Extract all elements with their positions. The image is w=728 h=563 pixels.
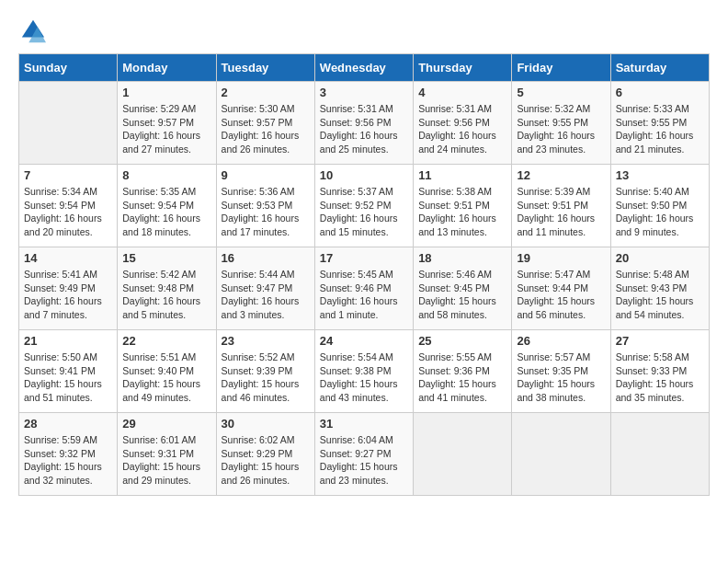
day-number: 2 xyxy=(222,86,310,99)
day-info: Sunrise: 5:58 AMSunset: 9:33 PMDaylight:… xyxy=(616,350,704,405)
day-info: Sunrise: 5:31 AMSunset: 9:56 PMDaylight:… xyxy=(320,102,408,156)
col-header-monday: Monday xyxy=(118,54,216,82)
day-cell: 4Sunrise: 5:31 AMSunset: 9:56 PMDaylight… xyxy=(414,82,512,165)
header-row: SundayMondayTuesdayWednesdayThursdayFrid… xyxy=(19,54,710,82)
day-info: Sunrise: 5:50 AMSunset: 9:41 PMDaylight:… xyxy=(24,350,112,405)
day-number: 30 xyxy=(222,417,310,431)
day-info: Sunrise: 5:55 AMSunset: 9:36 PMDaylight:… xyxy=(418,350,506,405)
week-row-1: 1Sunrise: 5:29 AMSunset: 9:57 PMDaylight… xyxy=(19,82,710,165)
day-cell: 31Sunrise: 6:04 AMSunset: 9:27 PMDayligh… xyxy=(314,413,413,496)
day-cell: 30Sunrise: 6:02 AMSunset: 9:29 PMDayligh… xyxy=(216,413,314,496)
day-info: Sunrise: 5:47 AMSunset: 9:44 PMDaylight:… xyxy=(517,268,605,322)
day-number: 23 xyxy=(222,334,310,348)
day-info: Sunrise: 5:51 AMSunset: 9:40 PMDaylight:… xyxy=(122,350,210,405)
day-number: 29 xyxy=(122,417,210,431)
day-number: 6 xyxy=(616,86,704,99)
day-number: 31 xyxy=(320,417,408,431)
week-row-2: 7Sunrise: 5:34 AMSunset: 9:54 PMDaylight… xyxy=(19,165,710,247)
day-number: 7 xyxy=(24,168,112,182)
logo xyxy=(18,18,46,44)
day-info: Sunrise: 5:31 AMSunset: 9:56 PMDaylight:… xyxy=(418,102,506,156)
day-info: Sunrise: 5:40 AMSunset: 9:50 PMDaylight:… xyxy=(616,185,704,239)
day-cell: 19Sunrise: 5:47 AMSunset: 9:44 PMDayligh… xyxy=(512,247,610,330)
day-cell: 26Sunrise: 5:57 AMSunset: 9:35 PMDayligh… xyxy=(512,330,610,413)
day-info: Sunrise: 5:38 AMSunset: 9:51 PMDaylight:… xyxy=(418,185,506,239)
day-info: Sunrise: 5:59 AMSunset: 9:32 PMDaylight:… xyxy=(24,433,112,488)
day-number: 26 xyxy=(517,334,605,348)
day-number: 27 xyxy=(616,334,704,348)
day-number: 5 xyxy=(517,86,605,99)
day-cell: 25Sunrise: 5:55 AMSunset: 9:36 PMDayligh… xyxy=(414,330,512,413)
day-cell xyxy=(512,413,610,496)
day-number: 20 xyxy=(616,251,704,265)
day-info: Sunrise: 6:01 AMSunset: 9:31 PMDaylight:… xyxy=(122,433,210,488)
day-info: Sunrise: 5:35 AMSunset: 9:54 PMDaylight:… xyxy=(122,185,210,239)
day-cell: 23Sunrise: 5:52 AMSunset: 9:39 PMDayligh… xyxy=(216,330,314,413)
day-number: 13 xyxy=(616,168,704,182)
day-cell: 20Sunrise: 5:48 AMSunset: 9:43 PMDayligh… xyxy=(610,247,709,330)
day-info: Sunrise: 5:57 AMSunset: 9:35 PMDaylight:… xyxy=(517,350,605,405)
day-info: Sunrise: 5:37 AMSunset: 9:52 PMDaylight:… xyxy=(320,185,408,239)
day-cell: 27Sunrise: 5:58 AMSunset: 9:33 PMDayligh… xyxy=(610,330,709,413)
day-info: Sunrise: 5:52 AMSunset: 9:39 PMDaylight:… xyxy=(222,350,310,405)
day-number: 3 xyxy=(320,86,408,99)
day-number: 17 xyxy=(320,251,408,265)
day-info: Sunrise: 5:42 AMSunset: 9:48 PMDaylight:… xyxy=(122,268,210,322)
day-cell: 6Sunrise: 5:33 AMSunset: 9:55 PMDaylight… xyxy=(610,82,709,165)
day-cell: 5Sunrise: 5:32 AMSunset: 9:55 PMDaylight… xyxy=(512,82,610,165)
day-number: 28 xyxy=(24,417,112,431)
col-header-saturday: Saturday xyxy=(610,54,709,82)
day-number: 8 xyxy=(122,168,210,182)
day-cell: 1Sunrise: 5:29 AMSunset: 9:57 PMDaylight… xyxy=(118,82,216,165)
day-number: 11 xyxy=(418,168,506,182)
day-info: Sunrise: 6:04 AMSunset: 9:27 PMDaylight:… xyxy=(320,433,408,488)
day-cell: 28Sunrise: 5:59 AMSunset: 9:32 PMDayligh… xyxy=(19,413,118,496)
day-cell: 15Sunrise: 5:42 AMSunset: 9:48 PMDayligh… xyxy=(118,247,216,330)
day-cell: 2Sunrise: 5:30 AMSunset: 9:57 PMDaylight… xyxy=(216,82,314,165)
day-info: Sunrise: 5:48 AMSunset: 9:43 PMDaylight:… xyxy=(616,268,704,322)
day-number: 19 xyxy=(517,251,605,265)
day-info: Sunrise: 5:46 AMSunset: 9:45 PMDaylight:… xyxy=(418,268,506,322)
day-cell: 10Sunrise: 5:37 AMSunset: 9:52 PMDayligh… xyxy=(314,165,413,247)
day-info: Sunrise: 5:44 AMSunset: 9:47 PMDaylight:… xyxy=(222,268,310,322)
day-info: Sunrise: 5:34 AMSunset: 9:54 PMDaylight:… xyxy=(24,185,112,239)
day-number: 25 xyxy=(418,334,506,348)
day-cell: 12Sunrise: 5:39 AMSunset: 9:51 PMDayligh… xyxy=(512,165,610,247)
day-number: 14 xyxy=(24,251,112,265)
day-info: Sunrise: 5:41 AMSunset: 9:49 PMDaylight:… xyxy=(24,268,112,322)
day-number: 12 xyxy=(517,168,605,182)
day-cell xyxy=(19,82,118,165)
day-cell: 29Sunrise: 6:01 AMSunset: 9:31 PMDayligh… xyxy=(118,413,216,496)
col-header-tuesday: Tuesday xyxy=(216,54,314,82)
day-cell xyxy=(414,413,512,496)
day-number: 1 xyxy=(122,86,210,99)
day-number: 22 xyxy=(122,334,210,348)
day-number: 15 xyxy=(122,251,210,265)
day-number: 4 xyxy=(418,86,506,99)
day-info: Sunrise: 5:29 AMSunset: 9:57 PMDaylight:… xyxy=(122,102,210,156)
week-row-3: 14Sunrise: 5:41 AMSunset: 9:49 PMDayligh… xyxy=(19,247,710,330)
day-cell: 11Sunrise: 5:38 AMSunset: 9:51 PMDayligh… xyxy=(414,165,512,247)
day-number: 21 xyxy=(24,334,112,348)
day-info: Sunrise: 5:45 AMSunset: 9:46 PMDaylight:… xyxy=(320,268,408,322)
day-cell: 3Sunrise: 5:31 AMSunset: 9:56 PMDaylight… xyxy=(314,82,413,165)
day-cell xyxy=(610,413,709,496)
day-cell: 8Sunrise: 5:35 AMSunset: 9:54 PMDaylight… xyxy=(118,165,216,247)
day-number: 24 xyxy=(320,334,408,348)
day-info: Sunrise: 5:36 AMSunset: 9:53 PMDaylight:… xyxy=(222,185,310,239)
day-info: Sunrise: 5:39 AMSunset: 9:51 PMDaylight:… xyxy=(517,185,605,239)
logo-icon xyxy=(20,18,46,44)
day-cell: 14Sunrise: 5:41 AMSunset: 9:49 PMDayligh… xyxy=(19,247,118,330)
day-number: 18 xyxy=(418,251,506,265)
day-number: 10 xyxy=(320,168,408,182)
day-info: Sunrise: 6:02 AMSunset: 9:29 PMDaylight:… xyxy=(222,433,310,488)
day-info: Sunrise: 5:33 AMSunset: 9:55 PMDaylight:… xyxy=(616,102,704,156)
day-number: 9 xyxy=(222,168,310,182)
day-cell: 13Sunrise: 5:40 AMSunset: 9:50 PMDayligh… xyxy=(610,165,709,247)
day-cell: 18Sunrise: 5:46 AMSunset: 9:45 PMDayligh… xyxy=(414,247,512,330)
day-cell: 21Sunrise: 5:50 AMSunset: 9:41 PMDayligh… xyxy=(19,330,118,413)
day-info: Sunrise: 5:54 AMSunset: 9:38 PMDaylight:… xyxy=(320,350,408,405)
day-info: Sunrise: 5:30 AMSunset: 9:57 PMDaylight:… xyxy=(222,102,310,156)
col-header-thursday: Thursday xyxy=(414,54,512,82)
page-header xyxy=(18,18,710,44)
